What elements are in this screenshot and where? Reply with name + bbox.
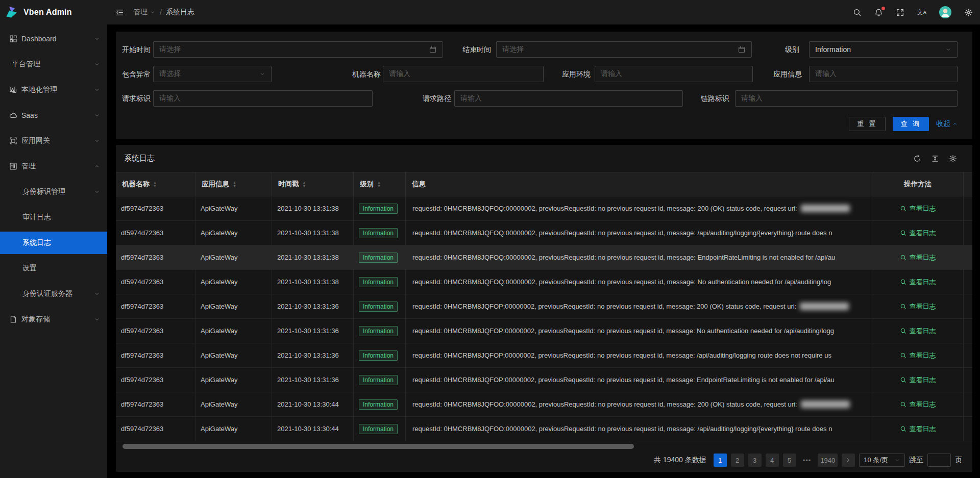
column-header-timestamp[interactable]: 时间戳▲▼ [272, 172, 354, 196]
cell-machine-name: df5974d72363 [116, 270, 195, 294]
main-area: 管理 / 系统日志 文A 重 置 查 询 [107, 0, 980, 478]
cell-actions: 查看日志 [872, 368, 964, 392]
cell-app-info: ApiGateWay [195, 294, 272, 318]
view-log-link[interactable]: 查看日志 [900, 375, 936, 385]
sidebar-item-saas[interactable]: Saas [0, 104, 107, 127]
cell-app-info: ApiGateWay [195, 343, 272, 367]
view-log-label: 查看日志 [910, 326, 936, 336]
page-button-3[interactable]: 3 [748, 454, 762, 467]
breadcrumb-separator: / [160, 8, 162, 16]
locale-translate-icon[interactable]: 文A [917, 9, 927, 15]
view-log-link[interactable]: 查看日志 [900, 278, 936, 287]
breadcrumb: 管理 / 系统日志 [133, 8, 194, 17]
table-row[interactable]: df5974d72363ApiGateWay2021-10-30 13:31:3… [116, 245, 972, 270]
reset-button[interactable]: 重 置 [849, 117, 885, 131]
pagination-ellipsis[interactable]: ••• [800, 454, 814, 467]
request-id-placeholder: 请输入 [159, 94, 181, 103]
page-button-4[interactable]: 4 [766, 454, 779, 467]
pagination: 共 19400 条数据 12345•••1940 10 条/页 跳至 页 [654, 451, 962, 469]
logo[interactable]: Vben Admin [0, 0, 107, 24]
sort-carets-icon[interactable]: ▲▼ [377, 181, 381, 188]
page-button-1[interactable]: 1 [714, 454, 727, 467]
view-log-link[interactable]: 查看日志 [900, 424, 936, 434]
app-info-input[interactable]: 请输入 [809, 66, 958, 82]
table-row[interactable]: df5974d72363ApiGateWay2021-10-30 13:31:3… [116, 294, 972, 319]
view-log-link[interactable]: 查看日志 [900, 351, 936, 360]
trace-id-input[interactable]: 请输入 [735, 90, 958, 107]
request-id-input[interactable]: 请输入 [153, 90, 373, 107]
view-log-link[interactable]: 查看日志 [900, 229, 936, 238]
next-page-button[interactable] [842, 454, 855, 467]
jump-page-input[interactable] [927, 454, 951, 467]
fullscreen-icon[interactable] [896, 8, 904, 17]
message-text: requestId: 0HMCRBM8JQFOQ:00000002, previ… [412, 278, 831, 286]
cell-level: Information [354, 319, 406, 343]
redacted-blur [800, 303, 849, 310]
table-row[interactable]: df5974d72363ApiGateWay2021-10-30 13:31:3… [116, 221, 972, 245]
user-avatar[interactable] [939, 6, 951, 18]
table-row[interactable]: df5974d72363ApiGateWay2021-10-30 13:31:3… [116, 270, 972, 294]
table-row[interactable]: df5974d72363ApiGateWay2021-10-30 13:30:4… [116, 392, 972, 417]
app-info-label: 应用信息 [700, 66, 802, 82]
search-icon[interactable] [853, 8, 862, 17]
horizontal-scrollbar[interactable] [122, 444, 634, 449]
table-row[interactable]: df5974d72363ApiGateWay2021-10-30 13:31:3… [116, 319, 972, 343]
view-log-link[interactable]: 查看日志 [900, 400, 936, 409]
scroll-gutter [964, 245, 972, 269]
page-button-5[interactable]: 5 [783, 454, 796, 467]
column-header-message: 信息 [406, 172, 872, 196]
sidebar-item-object-storage[interactable]: 对象存储 [0, 308, 107, 331]
breadcrumb-management[interactable]: 管理 [133, 8, 156, 17]
view-log-link[interactable]: 查看日志 [900, 302, 936, 311]
sort-carets-icon[interactable]: ▲▼ [233, 181, 236, 188]
scroll-gutter [964, 392, 972, 416]
page-size-select[interactable]: 10 条/页 [859, 454, 905, 467]
table-row[interactable]: df5974d72363ApiGateWay2021-10-30 13:31:3… [116, 343, 972, 368]
sidebar-item-identity-management[interactable]: 身份标识管理 [0, 181, 107, 203]
refresh-icon[interactable] [913, 155, 921, 163]
chevron-up-icon [94, 163, 100, 169]
logo-text: Vben Admin [23, 8, 72, 17]
machine-name-label: 机器名称 [279, 66, 381, 82]
sidebar-item-app-gateway[interactable]: 应用网关 [0, 130, 107, 152]
sidebar-item-label: 应用网关 [21, 136, 50, 145]
sidebar-item-system-log[interactable]: 系统日志 [0, 232, 107, 254]
notification-badge [881, 7, 885, 10]
collapse-link[interactable]: 收起 [936, 119, 958, 129]
view-log-link[interactable]: 查看日志 [900, 326, 936, 336]
notification-bell-icon[interactable] [874, 8, 883, 17]
sidebar-item-auth-server[interactable]: 身份认证服务器 [0, 283, 107, 305]
sort-carets-icon[interactable]: ▲▼ [153, 181, 157, 188]
page-button-2[interactable]: 2 [731, 454, 744, 467]
view-log-label: 查看日志 [910, 424, 936, 434]
column-header-level[interactable]: 级别▲▼ [354, 172, 406, 196]
cell-machine-name: df5974d72363 [116, 417, 195, 441]
chevron-down-icon [94, 112, 100, 118]
column-settings-icon[interactable] [949, 155, 957, 163]
menu-fold-icon[interactable] [115, 8, 124, 17]
sidebar-item-settings[interactable]: 设置 [0, 257, 107, 280]
level-value: Information [815, 45, 851, 54]
column-header-machine-name[interactable]: 机器名称▲▼ [116, 172, 195, 196]
page-button-1940[interactable]: 1940 [818, 454, 838, 467]
row-height-icon[interactable] [931, 155, 939, 163]
table-row[interactable]: df5974d72363ApiGateWay2021-10-30 13:31:3… [116, 196, 972, 221]
sidebar-item-audit-log[interactable]: 审计日志 [0, 206, 107, 229]
chevron-down-icon [94, 138, 100, 144]
query-button[interactable]: 查 询 [893, 117, 929, 131]
level-select[interactable]: Information [809, 41, 958, 58]
search-small-icon [900, 254, 907, 261]
table-row[interactable]: df5974d72363ApiGateWay2021-10-30 13:30:4… [116, 417, 972, 441]
settings-gear-icon[interactable] [964, 8, 973, 17]
include-exception-select[interactable]: 请选择 [153, 66, 272, 82]
view-log-link[interactable]: 查看日志 [900, 253, 936, 262]
search-small-icon [900, 352, 907, 359]
level-badge: Information [359, 228, 398, 238]
cell-level: Information [354, 294, 406, 318]
sort-carets-icon[interactable]: ▲▼ [303, 181, 306, 188]
sidebar-item-management[interactable]: 管理 [0, 155, 107, 178]
level-badge: Information [359, 253, 398, 263]
table-row[interactable]: df5974d72363ApiGateWay2021-10-30 13:31:3… [116, 368, 972, 392]
column-header-app-info[interactable]: 应用信息▲▼ [195, 172, 272, 196]
view-log-link[interactable]: 查看日志 [900, 204, 936, 213]
